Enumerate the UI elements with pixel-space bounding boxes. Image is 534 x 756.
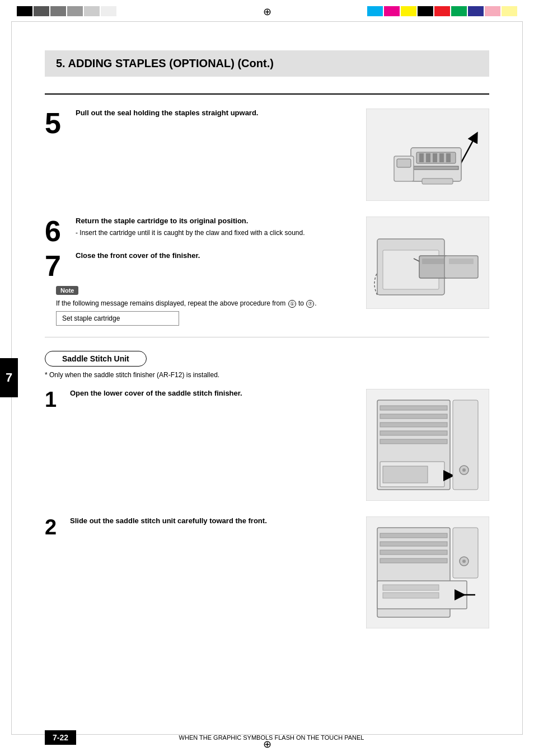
footer-text: WHEN THE GRAPHIC SYMBOLS FLASH ON THE TO…	[179, 734, 364, 741]
steps-6-7-image	[366, 217, 489, 326]
svg-rect-45	[453, 528, 478, 578]
color-bar-light	[84, 6, 100, 16]
saddle-stitch-section: Saddle Stitch Unit * Only when the saddl…	[45, 337, 489, 630]
svg-rect-5	[426, 153, 430, 162]
svg-rect-39	[380, 550, 447, 555]
color-bars-right	[367, 6, 517, 16]
color-bar-cyan	[367, 6, 383, 16]
step-7: 7 Close the front cover of the finisher.	[45, 251, 355, 280]
step-6: 6 Return the staple cartridge to its ori…	[45, 217, 355, 246]
saddle-step-1-number: 1	[45, 389, 70, 503]
circle-num-to: ⑦	[306, 300, 314, 308]
step-7-bold: Close the front cover of the finisher.	[76, 251, 355, 260]
step-7-number: 7	[45, 251, 76, 280]
color-bar-mid	[67, 6, 83, 16]
note-text: If the following message remains display…	[56, 298, 355, 308]
svg-rect-24	[380, 406, 447, 410]
svg-rect-6	[433, 153, 437, 162]
svg-rect-18	[422, 259, 444, 264]
color-bars-left	[17, 6, 116, 16]
top-crosshair-icon: ⊕	[263, 6, 271, 18]
saddle-step-1-image	[366, 389, 489, 503]
saddle-step-1: 1 Open the lower cover of the saddle sti…	[45, 389, 489, 503]
saddle-step-2-number: 2	[45, 516, 70, 630]
svg-rect-4	[419, 153, 424, 162]
svg-rect-42	[383, 585, 439, 590]
side-tab-7: 7	[0, 358, 18, 397]
svg-point-34	[462, 468, 466, 472]
saddle-step-1-bold: Open the lower cover of the saddle stitc…	[70, 389, 355, 397]
saddle-step-2: 2 Slide out the saddle stitch unit caref…	[45, 516, 489, 630]
color-bar-magenta	[384, 6, 400, 16]
color-bar-ltyellow	[502, 6, 517, 16]
color-bar-yellow	[401, 6, 416, 16]
page-number: 7-22	[45, 730, 76, 745]
step-5-content: Pull out the seal holding the staples st…	[76, 109, 355, 203]
svg-rect-10	[422, 179, 453, 184]
svg-rect-37	[380, 533, 447, 538]
step-5-number: 5	[45, 109, 76, 203]
main-content: 5. ADDING STAPLES (OPTIONAL) (Cont.) 5 P…	[0, 22, 534, 678]
step-7-content: Close the front cover of the finisher.	[76, 251, 355, 280]
step-6-bold: Return the staple cartridge to its origi…	[76, 217, 355, 225]
color-bar-green	[451, 6, 467, 16]
step-6-number: 6	[45, 217, 76, 246]
svg-rect-30	[383, 466, 428, 483]
color-bar-dark2	[50, 6, 66, 16]
svg-rect-7	[439, 153, 444, 162]
svg-rect-12	[397, 159, 411, 167]
svg-rect-40	[380, 558, 447, 563]
svg-rect-9	[414, 166, 458, 170]
top-registration-bar: ⊕	[0, 0, 534, 22]
color-bar-blue	[468, 6, 484, 16]
saddle-step-2-content: Slide out the saddle stitch unit careful…	[70, 516, 355, 630]
step-6-content: Return the staple cartridge to its origi…	[76, 217, 355, 246]
step-5-bold: Pull out the seal holding the staples st…	[76, 109, 355, 117]
color-bar-lighter	[101, 6, 116, 16]
saddle-step-1-content: Open the lower cover of the saddle stitc…	[70, 389, 355, 503]
steps-6-7: 6 Return the staple cartridge to its ori…	[45, 217, 489, 326]
step-6-text: - Insert the cartridge until it is caugh…	[76, 228, 355, 238]
section-divider	[45, 93, 489, 95]
svg-rect-43	[383, 593, 439, 598]
svg-rect-38	[380, 542, 447, 546]
color-bar-red	[434, 6, 450, 16]
svg-rect-8	[446, 153, 451, 162]
step-5-image	[366, 109, 489, 203]
note-section: Note If the following message remains di…	[56, 286, 355, 326]
svg-rect-26	[380, 422, 447, 427]
circle-num-from: ①	[288, 300, 296, 308]
svg-rect-25	[380, 414, 447, 419]
saddle-stitch-header: Saddle Stitch Unit	[45, 351, 147, 367]
step-5: 5 Pull out the seal holding the staples …	[45, 109, 489, 203]
chapter-title: 5. ADDING STAPLES (OPTIONAL) (Cont.)	[56, 57, 274, 69]
svg-rect-20	[449, 259, 474, 264]
svg-rect-28	[380, 439, 447, 444]
saddle-stitch-note: * Only when the saddle stitch finisher (…	[45, 371, 489, 379]
note-message-box: Set staple cartridge	[56, 311, 179, 326]
color-bar-black	[17, 6, 32, 16]
footer-bar: 7-22 WHEN THE GRAPHIC SYMBOLS FLASH ON T…	[0, 730, 534, 745]
color-bar-dark1	[34, 6, 49, 16]
color-bar-pink	[485, 6, 500, 16]
steps-6-7-left: 6 Return the staple cartridge to its ori…	[45, 217, 355, 326]
color-bar-black2	[418, 6, 433, 16]
saddle-step-2-image	[366, 516, 489, 630]
svg-rect-27	[380, 431, 447, 435]
chapter-header: 5. ADDING STAPLES (OPTIONAL) (Cont.)	[45, 50, 489, 77]
note-badge: Note	[56, 286, 78, 295]
saddle-step-2-bold: Slide out the saddle stitch unit careful…	[70, 516, 355, 525]
svg-rect-32	[453, 400, 478, 490]
svg-point-47	[462, 560, 466, 563]
